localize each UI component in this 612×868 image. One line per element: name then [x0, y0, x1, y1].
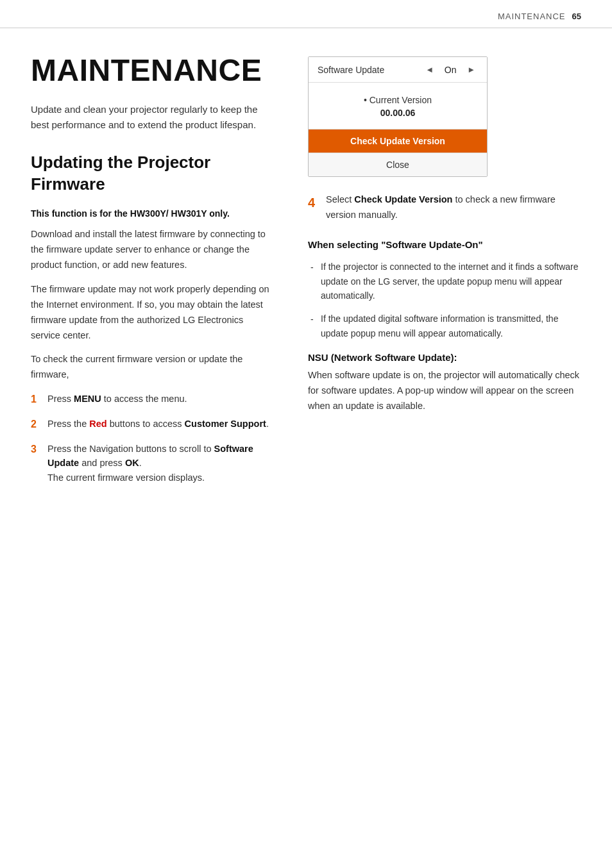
- right-column: Software Update ◄ On ► • Current Version…: [295, 54, 581, 494]
- step-1-text: Press MENU to access the menu.: [47, 392, 275, 406]
- left-column: MAINTENANCE Update and clean your projec…: [31, 54, 275, 494]
- ui-arrow-left[interactable]: ◄: [423, 63, 436, 76]
- check-update-button[interactable]: Check Update Version: [309, 129, 487, 153]
- ui-value: On: [441, 65, 459, 75]
- bullet-2: - If the updated digital software inform…: [308, 312, 581, 340]
- body-para-2: The firmware update may not work properl…: [31, 282, 275, 344]
- ui-label: Software Update: [318, 65, 384, 75]
- step-4: 4 Select Check Update Version to check a…: [308, 192, 581, 222]
- nsu-text: When software update is on, the projecto…: [308, 368, 581, 414]
- main-content: MAINTENANCE Update and clean your projec…: [0, 28, 612, 519]
- ui-controls: ◄ On ►: [423, 63, 478, 76]
- ui-arrow-right[interactable]: ►: [464, 63, 478, 76]
- bullet-2-text: If the updated digital software informat…: [321, 312, 581, 340]
- step-3-number: 3: [31, 442, 47, 458]
- function-note: This function is for the HW300Y/ HW301Y …: [31, 208, 275, 221]
- body-para-1: Download and install the latest firmware…: [31, 227, 275, 273]
- section-label: MAINTENANCE: [498, 12, 566, 21]
- bullet-dash-1: -: [310, 260, 321, 274]
- step-1: 1 Press MENU to access the menu.: [31, 392, 275, 408]
- step-3-text: Press the Navigation buttons to scroll t…: [47, 442, 275, 485]
- page-number: 65: [572, 12, 581, 21]
- nsu-title: NSU (Network Software Update):: [308, 352, 581, 363]
- ui-info-version: 00.00.06: [380, 108, 416, 118]
- step-4-number: 4: [308, 192, 326, 213]
- step-4-text: Select Check Update Version to check a n…: [326, 192, 581, 222]
- bullet-1-text: If the projector is connected to the int…: [321, 260, 581, 303]
- when-selecting-title: When selecting "Software Update-On": [308, 238, 581, 253]
- close-button[interactable]: Close: [309, 153, 487, 176]
- step-2: 2 Press the Red buttons to access Custom…: [31, 417, 275, 433]
- sub-title: Updating the Projector Firmware: [31, 152, 275, 196]
- step-2-number: 2: [31, 417, 47, 433]
- main-title: MAINTENANCE: [31, 54, 275, 88]
- ui-info-row: • Current Version 00.00.06: [309, 83, 487, 129]
- step-3: 3 Press the Navigation buttons to scroll…: [31, 442, 275, 485]
- step-2-text: Press the Red buttons to access Customer…: [47, 417, 275, 431]
- ui-header-row: Software Update ◄ On ►: [309, 57, 487, 83]
- body-para-3: To check the current firmware version or…: [31, 352, 275, 383]
- step-1-number: 1: [31, 392, 47, 408]
- bullet-dash-2: -: [310, 312, 321, 326]
- bullet-1: - If the projector is connected to the i…: [308, 260, 581, 303]
- intro-text: Update and clean your projector regularl…: [31, 102, 275, 133]
- when-selecting-section: When selecting "Software Update-On" - If…: [308, 238, 581, 340]
- ui-info-label: • Current Version: [364, 95, 432, 105]
- ui-widget: Software Update ◄ On ► • Current Version…: [308, 56, 488, 177]
- steps-list: 1 Press MENU to access the menu. 2 Press…: [31, 392, 275, 485]
- top-bar: MAINTENANCE 65: [0, 0, 612, 28]
- nsu-section: NSU (Network Software Update): When soft…: [308, 352, 581, 414]
